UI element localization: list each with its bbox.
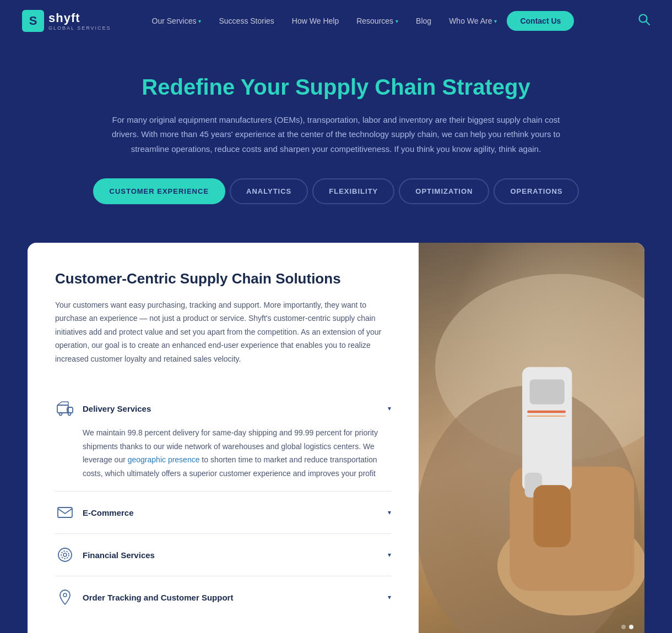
- nav-item-our-services[interactable]: Our Services: [144, 12, 209, 30]
- geographic-presence-link[interactable]: geographic presence: [128, 455, 200, 464]
- accordion-delivery-header[interactable]: Delivery Services ▾: [55, 399, 391, 418]
- accordion-order-tracking-header-left: Order Tracking and Customer Support: [55, 587, 233, 607]
- contact-button[interactable]: Contact Us: [507, 11, 574, 31]
- accordion-ecommerce-header-left: E-Commerce: [55, 503, 134, 522]
- svg-point-10: [58, 548, 72, 561]
- accordion-order-tracking-header[interactable]: Order Tracking and Customer Support ▾: [55, 587, 391, 607]
- financial-icon: [55, 545, 75, 565]
- dots-indicator: [621, 625, 633, 629]
- accordion-ecommerce: E-Commerce ▾: [55, 491, 391, 533]
- financial-arrow: ▾: [388, 551, 391, 559]
- svg-rect-23: [533, 485, 571, 547]
- svg-point-4: [59, 413, 62, 416]
- svg-rect-9: [58, 508, 72, 517]
- content-section: Customer-Centric Supply Chain Solutions …: [28, 243, 644, 633]
- accordion-delivery-header-left: Delivery Services: [55, 399, 151, 418]
- svg-rect-19: [530, 379, 565, 404]
- nav-item-resources[interactable]: Resources: [349, 12, 406, 30]
- order-tracking-arrow: ▾: [388, 593, 391, 601]
- navbar: S shyft GLOBAL SERVICES Our Services Suc…: [0, 0, 672, 42]
- nav-link-resources[interactable]: Resources: [349, 12, 406, 30]
- svg-rect-2: [57, 405, 68, 413]
- svg-rect-20: [527, 411, 566, 413]
- delivery-body: We maintain 99.8 percent delivery for sa…: [55, 426, 391, 480]
- accordion-financial-services: Financial Services ▾: [55, 533, 391, 576]
- svg-point-5: [68, 413, 71, 416]
- nav-link-how-we-help[interactable]: How We Help: [284, 12, 346, 30]
- nav-link-blog[interactable]: Blog: [408, 12, 439, 30]
- accordion-financial-header-left: Financial Services: [55, 545, 155, 565]
- hero-section: Redefine Your Supply Chain Strategy For …: [0, 42, 672, 232]
- scanner-image: [419, 243, 644, 633]
- nav-link-who-we-are[interactable]: Who We Are: [441, 12, 505, 30]
- search-button[interactable]: [638, 13, 650, 29]
- ecommerce-title: E-Commerce: [83, 508, 134, 517]
- hero-description: For many original equipment manufacturer…: [105, 113, 567, 156]
- search-icon: [638, 13, 650, 25]
- nav-item-blog[interactable]: Blog: [408, 12, 439, 30]
- nav-item-how-we-help[interactable]: How We Help: [284, 12, 346, 30]
- order-tracking-icon: [55, 587, 75, 607]
- accordion-financial-header[interactable]: Financial Services ▾: [55, 545, 391, 565]
- accordion-ecommerce-header[interactable]: E-Commerce ▾: [55, 503, 391, 522]
- nav-link-our-services[interactable]: Our Services: [144, 12, 209, 30]
- content-right-panel: [419, 243, 644, 633]
- svg-point-13: [63, 593, 67, 597]
- order-tracking-title: Order Tracking and Customer Support: [83, 593, 233, 602]
- logo-name: shyft: [48, 11, 111, 25]
- nav-link-success-stories[interactable]: Success Stories: [211, 12, 281, 30]
- svg-line-6: [57, 402, 62, 405]
- delivery-title: Delivery Services: [83, 404, 151, 413]
- ecommerce-arrow: ▾: [388, 509, 391, 516]
- tab-analytics[interactable]: ANALYTICS: [230, 178, 308, 204]
- delivery-icon: [55, 399, 75, 418]
- nav-item-contact[interactable]: Contact Us: [507, 11, 574, 31]
- tab-flexibility[interactable]: FLEXIBILITY: [312, 178, 394, 204]
- content-description: Your customers want easy purchasing, tra…: [55, 298, 391, 366]
- tab-customer-experience[interactable]: CUSTOMER EXPERIENCE: [93, 178, 226, 204]
- svg-line-1: [646, 21, 649, 25]
- logo[interactable]: S shyft GLOBAL SERVICES: [22, 10, 111, 32]
- tab-optimization[interactable]: OPTIMIZATION: [399, 178, 489, 204]
- dot-2: [629, 625, 633, 629]
- logo-icon: S: [22, 10, 44, 32]
- svg-point-12: [63, 553, 67, 556]
- tabs-container: CUSTOMER EXPERIENCE ANALYTICS FLEXIBILIT…: [22, 178, 650, 210]
- content-title: Customer-Centric Supply Chain Solutions: [55, 270, 391, 287]
- nav-links: Our Services Success Stories How We Help…: [144, 11, 629, 31]
- accordion-delivery-services: Delivery Services ▾ We maintain 99.8 per…: [55, 388, 391, 491]
- ecommerce-icon: [55, 503, 75, 522]
- dot-1: [621, 625, 626, 629]
- financial-title: Financial Services: [83, 550, 155, 560]
- hero-title: Redefine Your Supply Chain Strategy: [22, 75, 650, 100]
- svg-rect-21: [527, 416, 566, 417]
- accordion-order-tracking: Order Tracking and Customer Support ▾: [55, 576, 391, 618]
- tab-operations[interactable]: OPERATIONS: [494, 178, 579, 204]
- nav-item-who-we-are[interactable]: Who We Are: [441, 12, 505, 30]
- nav-item-success-stories[interactable]: Success Stories: [211, 12, 281, 30]
- content-left-panel: Customer-Centric Supply Chain Solutions …: [28, 243, 419, 633]
- logo-sub: GLOBAL SERVICES: [48, 25, 111, 31]
- scanner-svg: [419, 243, 644, 633]
- delivery-arrow: ▾: [388, 405, 391, 412]
- svg-point-11: [61, 551, 69, 559]
